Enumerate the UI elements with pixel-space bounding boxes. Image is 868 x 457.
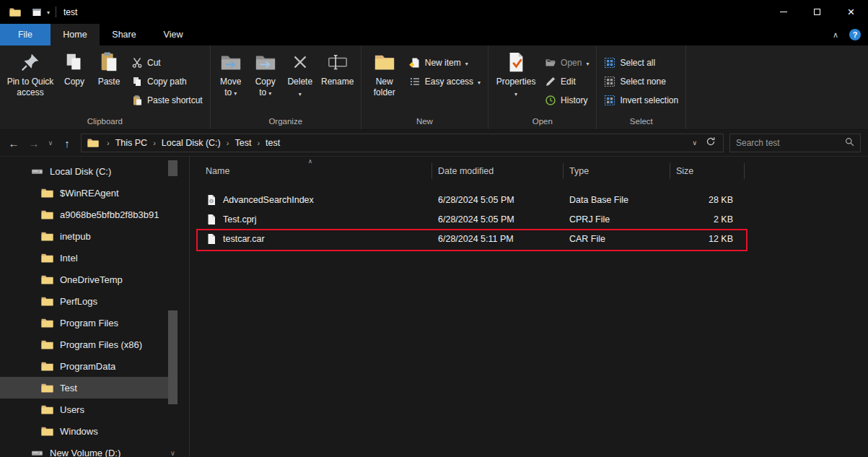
pin-to-quick-access-label: Pin to Quick access — [5, 77, 56, 98]
pin-to-quick-access-button[interactable]: Pin to Quick access — [3, 46, 58, 116]
forward-button[interactable] — [25, 134, 43, 152]
copy-button[interactable]: Copy — [58, 46, 91, 116]
up-button[interactable] — [58, 134, 76, 152]
column-header-label: Size — [676, 166, 693, 176]
tab-share[interactable]: Share — [100, 24, 149, 45]
move-to-button[interactable]: Move to — [214, 46, 248, 116]
breadcrumb-separator-icon[interactable] — [151, 139, 158, 147]
column-header-type[interactable]: Type — [564, 163, 670, 179]
folder-icon — [41, 425, 53, 438]
sidebar-item-windows[interactable]: Windows — [0, 420, 189, 442]
drive-icon — [31, 447, 43, 457]
sidebar-item-a9068[interactable]: a9068be5bfbb2f8b3b91 — [0, 204, 189, 225]
scrollbar-down-icon[interactable] — [168, 449, 177, 457]
ribbon-tab-bar: File Home Share View — [0, 24, 868, 45]
scrollbar-up-button[interactable] — [168, 160, 177, 176]
address-history-chevron-icon[interactable] — [692, 139, 697, 147]
breadcrumb-test-folder[interactable]: Test — [231, 138, 255, 148]
paste-button[interactable]: Paste — [91, 46, 127, 116]
cut-icon — [131, 57, 143, 69]
invert-selection-button[interactable]: Invert selection — [600, 91, 683, 110]
invert-selection-icon — [604, 95, 615, 106]
new-folder-button[interactable]: New folder — [364, 46, 405, 116]
recent-locations-chevron-icon[interactable] — [45, 134, 56, 152]
search-input[interactable] — [736, 138, 845, 148]
scrollbar-thumb[interactable] — [168, 310, 177, 404]
search-box — [729, 134, 861, 152]
help-icon[interactable] — [849, 29, 861, 40]
qat-customize-chevron-icon[interactable] — [47, 9, 50, 16]
sidebar-item-local-disk-c[interactable]: Local Disk (C:) — [0, 160, 189, 182]
cut-button[interactable]: Cut — [127, 53, 207, 72]
sidebar-item-label: ProgramData — [60, 361, 115, 372]
select-all-button[interactable]: Select all — [600, 53, 683, 72]
window-title: test — [63, 7, 77, 17]
breadcrumb-local-disk-c[interactable]: Local Disk (C:) — [158, 138, 224, 148]
sidebar-item-intel[interactable]: Intel — [0, 247, 189, 269]
new-item-button[interactable]: New item — [405, 53, 485, 72]
file-row-test-cprj[interactable]: Test.cprj 6/28/2024 5:05 PM CPRJ File 2 … — [200, 209, 868, 229]
file-list-pane: Name Date modified Type Size — [189, 157, 868, 457]
address-bar[interactable]: This PC Local Disk (C:) Test test — [81, 134, 724, 152]
column-header-size[interactable]: Size — [670, 163, 745, 179]
column-header-date-modified[interactable]: Date modified — [432, 163, 564, 179]
column-header-name[interactable]: Name — [200, 163, 432, 179]
edit-button[interactable]: Edit — [540, 72, 593, 91]
sidebar-item-program-files[interactable]: Program Files — [0, 312, 189, 334]
generic-file-icon — [206, 214, 217, 225]
quick-access-toolbar-icon[interactable] — [30, 6, 43, 19]
sidebar-item-label: Program Files (x86) — [60, 339, 142, 350]
close-button[interactable] — [834, 0, 868, 24]
new-item-icon — [409, 57, 421, 69]
breadcrumb-separator-icon[interactable] — [105, 139, 112, 147]
history-button[interactable]: History — [540, 91, 593, 110]
refresh-icon[interactable] — [706, 136, 716, 149]
collapse-ribbon-icon[interactable] — [833, 30, 838, 40]
sidebar-item-label: Local Disk (C:) — [50, 166, 111, 177]
navigation-pane: Local Disk (C:) $WinREAgent a9068be5bfbb… — [0, 157, 189, 457]
sidebar-item-winreagent[interactable]: $WinREAgent — [0, 182, 189, 204]
new-item-label: New item — [425, 58, 461, 68]
file-date: 6/28/2024 5:11 PM — [432, 229, 564, 248]
sidebar-item-users[interactable]: Users — [0, 399, 189, 420]
folder-icon — [41, 252, 53, 264]
close-icon — [848, 6, 855, 19]
maximize-button[interactable] — [800, 0, 834, 24]
sidebar-item-test[interactable]: Test — [0, 377, 168, 399]
sidebar-item-perflogs[interactable]: PerfLogs — [0, 290, 189, 312]
delete-button[interactable]: Delete — [283, 46, 317, 116]
back-button[interactable] — [4, 134, 23, 152]
sidebar-item-inetpub[interactable]: inetpub — [0, 225, 189, 247]
app-folder-icon — [9, 6, 22, 19]
tab-view[interactable]: View — [149, 24, 198, 45]
folder-icon — [41, 317, 53, 329]
properties-button[interactable]: Properties — [491, 46, 540, 116]
rename-button[interactable]: Rename — [317, 46, 358, 116]
file-row-testcar-car[interactable]: testcar.car 6/28/2024 5:11 PM CAR File 1… — [200, 229, 868, 248]
ribbon-group-select: Select all Select none Invert selection — [597, 45, 686, 129]
file-row-advancedsearchindex[interactable]: AdvancedSearchIndex 6/28/2024 5:05 PM Da… — [200, 190, 868, 209]
minimize-button[interactable] — [766, 0, 800, 24]
breadcrumb-separator-icon[interactable] — [255, 139, 262, 147]
easy-access-button[interactable]: Easy access — [405, 72, 485, 91]
breadcrumb-current-folder[interactable]: test — [262, 138, 284, 148]
new-folder-label: New folder — [367, 77, 403, 98]
search-icon[interactable] — [845, 136, 854, 149]
sidebar-item-onedrivetemp[interactable]: OneDriveTemp — [0, 269, 189, 290]
breadcrumb-separator-icon[interactable] — [224, 139, 232, 147]
file-size: 28 KB — [670, 190, 745, 209]
select-all-label: Select all — [620, 58, 655, 68]
sidebar-item-new-volume-d[interactable]: New Volume (D:) — [0, 442, 189, 457]
select-none-button[interactable]: Select none — [600, 72, 683, 91]
sidebar-item-program-files-x86[interactable]: Program Files (x86) — [0, 334, 189, 355]
paste-shortcut-button[interactable]: Paste shortcut — [127, 91, 207, 110]
breadcrumb-this-pc[interactable]: This PC — [112, 138, 151, 148]
copy-to-button[interactable]: Copy to — [248, 46, 283, 116]
tab-file[interactable]: File — [0, 24, 51, 45]
delete-dropdown-icon — [299, 88, 302, 99]
tab-home[interactable]: Home — [51, 24, 100, 45]
open-button[interactable]: Open — [540, 53, 593, 72]
pin-icon — [19, 51, 42, 74]
copy-path-button[interactable]: Copy path — [127, 72, 207, 91]
sidebar-item-programdata[interactable]: ProgramData — [0, 355, 189, 377]
